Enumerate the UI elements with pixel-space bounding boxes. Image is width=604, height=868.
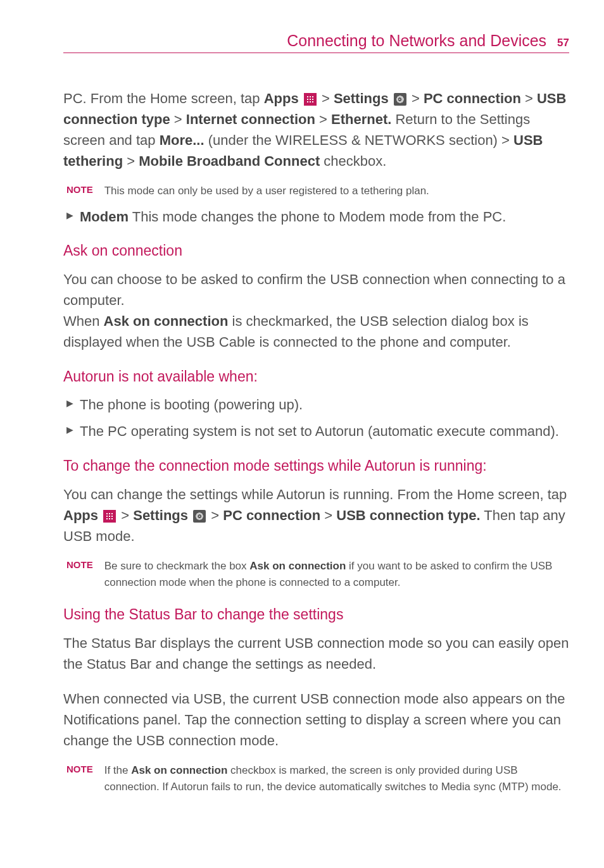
ask-on-connection-label: Ask on connection bbox=[249, 560, 346, 572]
text: > bbox=[320, 507, 336, 523]
header-title-row: Connecting to Networks and Devices 57 bbox=[63, 32, 569, 50]
note-label: NOTE bbox=[66, 183, 93, 195]
text: > bbox=[521, 90, 537, 106]
page-header: Connecting to Networks and Devices 57 bbox=[63, 32, 569, 53]
status-para-1: The Status Bar displays the current USB … bbox=[63, 633, 569, 674]
ethernet-label: Ethernet. bbox=[331, 111, 391, 127]
heading-status-bar: Using the Status Bar to change the setti… bbox=[63, 606, 569, 623]
ask-para-2: When Ask on connection is checkmarked, t… bbox=[63, 311, 569, 352]
internet-connection-label: Internet connection bbox=[186, 111, 315, 127]
note-text: If the Ask on connection checkbox is mar… bbox=[104, 762, 569, 795]
settings-icon bbox=[394, 93, 406, 106]
ask-para-1: You can choose to be asked to confirm th… bbox=[63, 269, 569, 311]
note-label: NOTE bbox=[66, 762, 93, 774]
change-mode-para: You can change the settings while Autoru… bbox=[63, 484, 569, 547]
usb-type-label: USB connection type. bbox=[336, 507, 480, 523]
text: Be sure to checkmark the box bbox=[104, 560, 250, 572]
header-title: Connecting to Networks and Devices bbox=[287, 32, 546, 49]
apps-label: Apps bbox=[63, 507, 98, 523]
heading-ask-on-connection: Ask on connection bbox=[63, 242, 569, 259]
text: > bbox=[117, 507, 133, 523]
bullet-modem: ▶ Modem This mode changes the phone to M… bbox=[66, 207, 569, 227]
bullet-text: Modem This mode changes the phone to Mod… bbox=[80, 207, 506, 227]
settings-icon bbox=[193, 510, 206, 523]
note-tethering: NOTE This mode can only be used by a use… bbox=[66, 183, 569, 199]
bullet-text: The PC operating system is not set to Au… bbox=[80, 421, 559, 442]
apps-icon bbox=[103, 510, 116, 523]
note-ask-on-connection: NOTE Be sure to checkmark the box Ask on… bbox=[66, 558, 569, 590]
bullet-arrow-icon: ▶ bbox=[66, 421, 73, 435]
note-text: Be sure to checkmark the box Ask on conn… bbox=[104, 558, 569, 590]
text: You can change the settings while Autoru… bbox=[63, 487, 567, 502]
bullet-arrow-icon: ▶ bbox=[66, 395, 73, 408]
bullet-autorun-2: ▶ The PC operating system is not set to … bbox=[66, 421, 569, 442]
text: When bbox=[63, 313, 104, 329]
ask-on-connection-label: Ask on connection bbox=[104, 313, 229, 329]
bullet-autorun-1: ▶ The phone is booting (powering up). bbox=[66, 395, 569, 415]
text: > bbox=[123, 153, 139, 169]
text: PC. From the Home screen, tap bbox=[63, 90, 264, 106]
text: This mode changes the phone to Modem mod… bbox=[129, 209, 506, 225]
intro-paragraph: PC. From the Home screen, tap Apps > Set… bbox=[63, 88, 569, 171]
modem-label: Modem bbox=[80, 209, 129, 225]
text: If the bbox=[104, 764, 132, 776]
page-number: 57 bbox=[557, 37, 569, 49]
note-autorun-fail: NOTE If the Ask on connection checkbox i… bbox=[66, 762, 569, 795]
text: checkbox. bbox=[320, 153, 386, 169]
settings-label: Settings bbox=[133, 507, 188, 523]
bullet-arrow-icon: ▶ bbox=[66, 207, 73, 220]
heading-autorun: Autorun is not available when: bbox=[63, 368, 569, 385]
note-text: This mode can only be used by a user reg… bbox=[104, 183, 429, 199]
status-para-2: When connected via USB, the current USB … bbox=[63, 688, 569, 751]
text: > bbox=[408, 90, 424, 106]
settings-label: Settings bbox=[334, 90, 389, 106]
ask-on-connection-label: Ask on connection bbox=[131, 764, 227, 776]
mobile-broadband-label: Mobile Broadband Connect bbox=[139, 153, 320, 169]
more-label: More... bbox=[160, 132, 204, 148]
pc-connection-label: PC connection bbox=[223, 507, 320, 523]
text: > bbox=[170, 111, 186, 127]
text: (under the WIRELESS & NETWORKS section) … bbox=[204, 132, 513, 148]
text: > bbox=[318, 90, 334, 106]
text: > bbox=[315, 111, 331, 127]
heading-change-mode: To change the connection mode settings w… bbox=[63, 457, 569, 474]
bullet-text: The phone is booting (powering up). bbox=[80, 395, 303, 415]
pc-connection-label: PC connection bbox=[424, 90, 521, 106]
apps-label: Apps bbox=[264, 90, 299, 106]
text: > bbox=[207, 507, 223, 523]
apps-icon bbox=[304, 93, 317, 106]
note-label: NOTE bbox=[66, 558, 93, 570]
